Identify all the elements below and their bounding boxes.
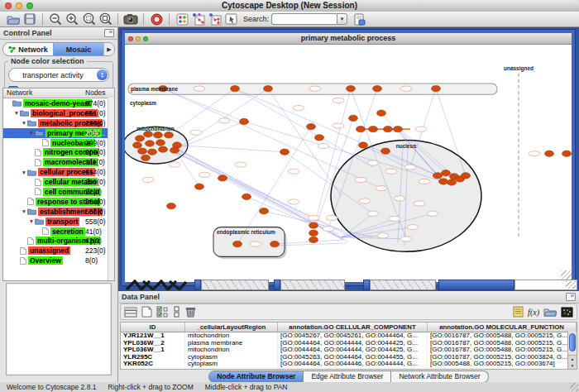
tree-row[interactable]: cellular metabo209(0) (3, 177, 114, 187)
tree-row[interactable]: ▼metabolic process280(0) (3, 118, 114, 128)
table-column-header[interactable]: _cellularLayoutRegion (185, 323, 278, 332)
import-network-icon[interactable] (351, 12, 367, 26)
network-node[interactable] (280, 149, 290, 155)
network-node[interactable] (545, 151, 554, 156)
network-node[interactable] (233, 241, 242, 246)
network-node[interactable] (349, 115, 358, 121)
network-node[interactable] (439, 179, 448, 184)
network-node[interactable] (231, 85, 240, 91)
tree-row[interactable]: nucleobase-209(0) (3, 138, 114, 148)
zoom-view-icon[interactable] (143, 36, 148, 41)
table-row[interactable]: YPL036W__1mitochondrion[GO:0044464, GO:0… (121, 347, 577, 354)
network-node[interactable] (394, 126, 403, 131)
search-input[interactable] (271, 13, 337, 25)
tab-node-attribute-browser[interactable]: Node Attribute Browser (208, 370, 304, 383)
table-column-header[interactable]: ID (121, 323, 185, 332)
network-node[interactable] (133, 142, 142, 148)
tree-expand-icon[interactable]: ▼ (21, 170, 27, 175)
tree-row[interactable]: cell communicat22(0) (3, 187, 114, 197)
tree-row[interactable]: ▼biological_process651(0) (3, 108, 114, 118)
network-node[interactable] (270, 241, 280, 246)
network-node[interactable] (309, 222, 318, 228)
network-node[interactable] (432, 85, 441, 91)
table-scroll-arrows[interactable]: ▲▼ (568, 355, 577, 369)
tab-network[interactable]: Network (3, 43, 53, 55)
network-node[interactable] (167, 203, 176, 208)
destroy-view-icon[interactable] (207, 12, 223, 26)
tree-expand-icon[interactable]: ▼ (13, 110, 20, 116)
network-node[interactable] (307, 123, 316, 129)
network-node[interactable] (359, 142, 368, 148)
tree-row[interactable]: ▼cellular process614(0) (3, 167, 114, 177)
tree-expand-icon[interactable]: ▼ (28, 130, 35, 136)
tree-row[interactable]: ▼primary metabo209(... (3, 128, 114, 138)
zoom-in-icon[interactable] (64, 12, 80, 26)
table-scrollbar[interactable]: ▲▼ (567, 332, 577, 369)
minimized-window-edge[interactable] (274, 280, 280, 290)
node-color-dropdown[interactable]: transporter activity ▲▼ (8, 68, 109, 82)
tree-row[interactable]: mosaic-demo-yeast874(0) (3, 98, 114, 108)
network-node[interactable] (309, 237, 318, 242)
network-node[interactable] (462, 173, 471, 179)
network-node[interactable] (156, 140, 165, 146)
unselect-attributes-icon[interactable] (173, 306, 181, 318)
network-node[interactable] (562, 151, 572, 156)
network-node[interactable] (356, 126, 366, 131)
tab-overflow-arrow[interactable]: ▶ (103, 43, 114, 55)
network-node[interactable] (138, 148, 147, 154)
table-row[interactable]: YPL036W__2plasma membrane[GO:0044464, GO… (121, 340, 577, 347)
zoom-out-icon[interactable] (47, 12, 64, 26)
zoom-selected-icon[interactable] (80, 12, 97, 26)
tree-scrollbar[interactable] (108, 98, 114, 280)
delete-attribute-icon[interactable] (185, 306, 196, 318)
network-node[interactable] (159, 146, 168, 152)
tree-expand-icon[interactable]: ▼ (21, 208, 27, 214)
network-node[interactable] (264, 85, 273, 91)
tree-row[interactable]: ▼establishment of lo558(0) (3, 207, 114, 217)
attribute-table-icon[interactable] (124, 307, 137, 318)
tab-mosaic[interactable]: Mosaic (53, 43, 103, 55)
attribute-matrix-icon[interactable] (561, 307, 573, 318)
tree-row[interactable]: secretion41(0) (3, 227, 114, 237)
network-node[interactable] (384, 126, 393, 131)
network-node[interactable] (315, 135, 324, 141)
help-icon[interactable] (148, 12, 165, 26)
zoom-fit-icon[interactable] (97, 12, 113, 26)
tab-edge-attribute-browser[interactable]: Edge Attribute Browser (304, 370, 391, 383)
table-scrollbar-thumb[interactable] (569, 333, 576, 351)
network-node[interactable] (369, 126, 378, 131)
search-dropdown-icon[interactable]: ▼ (337, 13, 347, 25)
network-node[interactable] (141, 155, 151, 160)
minimized-overview-thumbnail[interactable] (125, 280, 188, 290)
annotation-icon[interactable] (223, 12, 240, 26)
minimized-window-bar[interactable] (438, 280, 514, 290)
network-canvas[interactable]: plasma membranecytoplasmmitochondrionnuc… (125, 45, 572, 281)
snapshot-icon[interactable] (122, 12, 139, 26)
tree-expand-icon[interactable]: ▼ (28, 218, 35, 224)
select-attributes-icon[interactable] (156, 306, 169, 318)
network-node[interactable] (165, 132, 174, 138)
tree-row[interactable]: nitrogen compo209(0) (3, 147, 114, 157)
tree-row[interactable]: ▼transport558(0) (3, 217, 114, 227)
network-view-window[interactable]: primary metabolic process plasma membran… (122, 30, 575, 285)
network-view-titlebar[interactable]: primary metabolic process (125, 33, 572, 45)
network-node[interactable] (260, 208, 269, 214)
network-node[interactable] (240, 118, 249, 124)
table-row[interactable]: YJR121W__1mitochondrion[GO:0045267, GO:0… (121, 332, 577, 340)
tree-row[interactable]: Overview8(0) (3, 256, 114, 265)
minimized-window-edge[interactable] (363, 280, 370, 290)
network-node[interactable] (447, 179, 457, 185)
network-node[interactable] (154, 132, 163, 138)
tab-network-attribute-browser[interactable]: Network Attribute Browser (391, 370, 488, 383)
vizmapper-icon[interactable] (174, 12, 190, 26)
network-node[interactable] (218, 175, 227, 181)
tree-row[interactable]: macromolecule311(0) (3, 157, 114, 167)
tree-row[interactable]: multi-organism pro42(0) (3, 236, 114, 246)
table-row[interactable]: YKR052Ccytoplasm[GO:0044464, GO:0044446,… (121, 361, 577, 368)
minimize-view-icon[interactable] (136, 36, 141, 41)
network-node[interactable] (136, 136, 145, 141)
network-node[interactable] (373, 85, 382, 91)
network-node[interactable] (377, 110, 386, 116)
network-node[interactable] (442, 170, 451, 176)
table-row[interactable]: YLR295Ccytoplasm[GO:0045263, GO:0044464,… (121, 354, 577, 361)
